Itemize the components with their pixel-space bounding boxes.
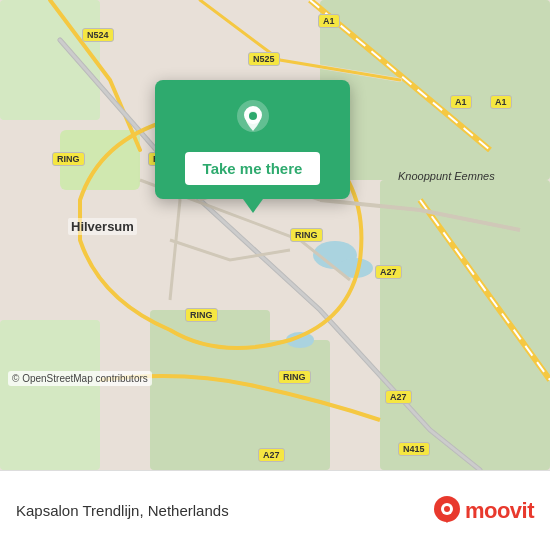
- road-badge-n525: N525: [248, 52, 280, 66]
- road-badge-a1-3: A1: [490, 95, 512, 109]
- popup-card: Take me there: [155, 80, 350, 199]
- road-badge-ring4: RING: [185, 308, 218, 322]
- road-badge-n524: N524: [82, 28, 114, 42]
- svg-rect-2: [380, 180, 550, 470]
- road-badge-a27-1: A27: [375, 265, 402, 279]
- road-badge-ring1: RING: [52, 152, 85, 166]
- map-container: N524 RING RING N525 RING RING RING A27 A…: [0, 0, 550, 470]
- road-badge-a27-3: A27: [258, 448, 285, 462]
- road-badge-a1-2: A1: [450, 95, 472, 109]
- info-bar: Kapsalon Trendlijn, Netherlands moovit: [0, 470, 550, 550]
- road-badge-ring3: RING: [290, 228, 323, 242]
- svg-point-17: [444, 506, 450, 512]
- moovit-pin-icon: [433, 495, 461, 527]
- location-pin-icon: [231, 98, 275, 142]
- road-badge-n415: N415: [398, 442, 430, 456]
- map-svg: [0, 0, 550, 470]
- svg-rect-3: [0, 0, 100, 120]
- svg-rect-1: [320, 0, 550, 180]
- svg-point-14: [249, 112, 257, 120]
- take-me-there-button[interactable]: Take me there: [185, 152, 321, 185]
- knooppunt-label: Knooppunt Eemnes: [398, 170, 495, 182]
- moovit-brand-text: moovit: [465, 498, 534, 524]
- svg-rect-5: [0, 320, 100, 470]
- osm-attribution: © OpenStreetMap contributors: [8, 371, 152, 386]
- road-badge-ring5: RING: [278, 370, 311, 384]
- hilversum-label: Hilversum: [68, 218, 137, 235]
- moovit-logo: moovit: [433, 495, 534, 527]
- location-name: Kapsalon Trendlijn, Netherlands: [16, 502, 229, 519]
- road-badge-a27-2: A27: [385, 390, 412, 404]
- road-badge-a1-1: A1: [318, 14, 340, 28]
